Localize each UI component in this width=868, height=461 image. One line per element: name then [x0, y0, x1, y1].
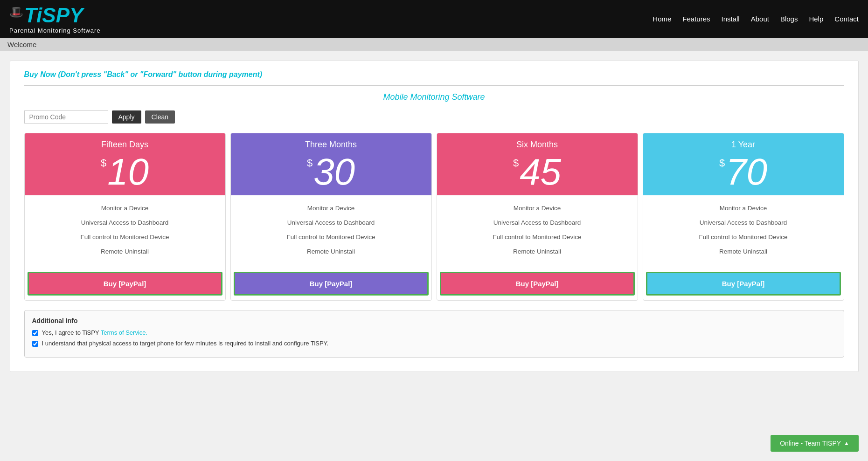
nav-home[interactable]: Home: [653, 15, 671, 23]
terms-link[interactable]: Terms of Service.: [101, 329, 147, 336]
additional-info: Additional Info Yes, I agree to TiSPY Te…: [24, 310, 844, 358]
promo-row: Apply Clean: [24, 110, 844, 124]
logo: 🎩 TiSPY: [9, 4, 101, 27]
plan-card-three-months: Three Months $ 30 Monitor a Device Unive…: [230, 133, 432, 301]
welcome-text: Welcome: [7, 41, 36, 48]
feature-2-3: Remote Uninstall: [442, 248, 633, 255]
nav-contact[interactable]: Contact: [834, 15, 859, 23]
price-3: 70: [726, 153, 767, 191]
clean-button[interactable]: Clean: [145, 110, 175, 124]
card-features-2: Monitor a Device Universal Access to Das…: [437, 195, 638, 272]
plan-card-six-months: Six Months $ 45 Monitor a Device Univers…: [437, 133, 638, 301]
feature-0-3: Remote Uninstall: [29, 248, 221, 255]
feature-2-0: Monitor a Device: [442, 205, 633, 212]
buy-link[interactable]: Buy: [24, 70, 38, 78]
buy-button-1[interactable]: Buy [PayPal]: [234, 272, 429, 296]
nav-install[interactable]: Install: [722, 15, 740, 23]
feature-0-1: Universal Access to Dashboard: [29, 219, 221, 226]
physical-access-label: I understand that physical access to tar…: [32, 340, 836, 347]
dollar-1: $: [307, 157, 312, 169]
feature-3-3: Remote Uninstall: [648, 248, 839, 255]
hat-icon: 🎩: [9, 6, 23, 19]
terms-text: Yes, I agree to TiSPY Terms of Service.: [42, 329, 148, 336]
divider: [24, 85, 844, 86]
feature-1-1: Universal Access to Dashboard: [236, 219, 427, 226]
buy-button-2[interactable]: Buy [PayPal]: [440, 272, 635, 296]
price-wrap-2: $ 45: [442, 153, 633, 191]
price-2: 45: [520, 153, 561, 191]
card-header-three-months: Three Months $ 30: [231, 133, 431, 195]
welcome-bar: Welcome: [0, 38, 868, 51]
buy-button-3[interactable]: Buy [PayPal]: [646, 272, 841, 296]
card-header-one-year: 1 Year $ 70: [643, 133, 844, 195]
logo-text: TiSPY: [24, 4, 83, 27]
dollar-0: $: [101, 157, 106, 169]
plan-name-1: Three Months: [236, 140, 427, 150]
physical-access-checkbox[interactable]: [32, 341, 38, 347]
dollar-2: $: [513, 157, 519, 169]
logo-area: 🎩 TiSPY Parental Monitoring Software: [9, 4, 101, 34]
feature-3-0: Monitor a Device: [648, 205, 839, 212]
feature-1-3: Remote Uninstall: [236, 248, 427, 255]
main-nav: Home Features Install About Blogs Help C…: [653, 15, 859, 23]
nav-about[interactable]: About: [751, 15, 769, 23]
price-wrap-0: $ 10: [29, 153, 221, 191]
buy-notice: Buy Now (Don't press "Back" or "Forward"…: [24, 70, 844, 79]
price-1: 30: [313, 153, 355, 191]
card-features-3: Monitor a Device Universal Access to Das…: [643, 195, 844, 272]
feature-2-2: Full control to Monitored Device: [442, 234, 633, 241]
feature-1-2: Full control to Monitored Device: [236, 234, 427, 241]
plan-name-0: Fifteen Days: [29, 140, 221, 150]
plan-card-one-year: 1 Year $ 70 Monitor a Device Universal A…: [643, 133, 844, 301]
terms-checkbox-label: Yes, I agree to TiSPY Terms of Service.: [32, 329, 836, 336]
plan-name-2: Six Months: [442, 140, 633, 150]
physical-access-text: I understand that physical access to tar…: [42, 340, 329, 347]
main-content: Buy Now (Don't press "Back" or "Forward"…: [10, 61, 859, 372]
price-wrap-1: $ 30: [236, 153, 427, 191]
price-wrap-3: $ 70: [648, 153, 839, 191]
terms-checkbox[interactable]: [32, 330, 38, 336]
feature-0-2: Full control to Monitored Device: [29, 234, 221, 241]
feature-1-0: Monitor a Device: [236, 205, 427, 212]
pricing-grid: Fifteen Days $ 10 Monitor a Device Unive…: [24, 133, 844, 301]
nav-features[interactable]: Features: [682, 15, 710, 23]
price-0: 10: [107, 153, 149, 191]
header: 🎩 TiSPY Parental Monitoring Software Hom…: [0, 0, 868, 38]
card-header-six-months: Six Months $ 45: [437, 133, 638, 195]
page-subtitle: Mobile Monitoring Software: [24, 92, 844, 102]
plan-name-3: 1 Year: [648, 140, 839, 150]
nav-help[interactable]: Help: [809, 15, 823, 23]
dollar-3: $: [719, 157, 725, 169]
buy-button-0[interactable]: Buy [PayPal]: [28, 272, 222, 296]
feature-3-1: Universal Access to Dashboard: [648, 219, 839, 226]
apply-button[interactable]: Apply: [112, 110, 141, 124]
feature-3-2: Full control to Monitored Device: [648, 234, 839, 241]
feature-2-1: Universal Access to Dashboard: [442, 219, 633, 226]
plan-card-fifteen-days: Fifteen Days $ 10 Monitor a Device Unive…: [24, 133, 226, 301]
promo-input[interactable]: [24, 110, 108, 124]
nav-blogs[interactable]: Blogs: [780, 15, 798, 23]
card-header-fifteen-days: Fifteen Days $ 10: [25, 133, 225, 195]
card-features-1: Monitor a Device Universal Access to Das…: [231, 195, 431, 272]
feature-0-0: Monitor a Device: [29, 205, 221, 212]
additional-info-title: Additional Info: [32, 317, 836, 324]
logo-subtitle: Parental Monitoring Software: [9, 27, 101, 34]
buy-notice-text: Now (Don't press "Back" or "Forward" but…: [40, 70, 262, 78]
card-features-0: Monitor a Device Universal Access to Das…: [25, 195, 225, 272]
